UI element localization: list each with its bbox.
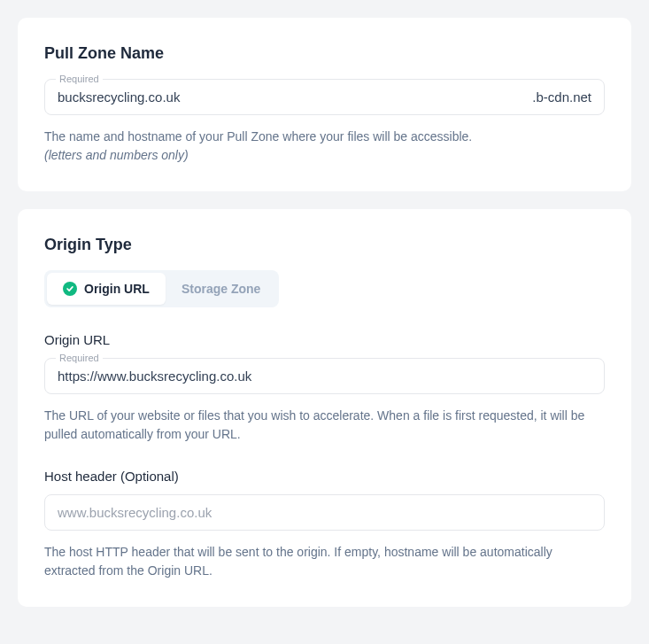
- origin-url-helper: The URL of your website or files that yo…: [44, 407, 605, 444]
- host-header-input-wrapper: [44, 494, 605, 531]
- origin-type-toggle: Origin URL Storage Zone: [44, 270, 279, 307]
- origin-url-field: Origin URL Required The URL of your webs…: [44, 332, 605, 444]
- pull-zone-title: Pull Zone Name: [44, 44, 605, 63]
- origin-url-input-wrapper: Required: [44, 358, 605, 394]
- storage-zone-toggle-label: Storage Zone: [182, 282, 260, 296]
- pull-zone-input-wrapper: Required .b-cdn.net: [44, 79, 605, 115]
- origin-url-input[interactable]: [58, 369, 591, 384]
- required-label: Required: [56, 74, 103, 84]
- host-header-field: Host header (Optional) The host HTTP hea…: [44, 469, 605, 580]
- origin-url-toggle-label: Origin URL: [84, 282, 150, 296]
- origin-type-card: Origin Type Origin URL Storage Zone Orig…: [18, 209, 631, 607]
- pull-zone-name-input[interactable]: [58, 89, 532, 105]
- host-header-input[interactable]: [58, 505, 591, 520]
- host-header-label: Host header (Optional): [44, 469, 605, 484]
- origin-url-toggle[interactable]: Origin URL: [47, 273, 166, 305]
- check-circle-icon: [63, 282, 77, 296]
- storage-zone-toggle[interactable]: Storage Zone: [166, 273, 276, 305]
- origin-url-label: Origin URL: [44, 332, 605, 347]
- pull-zone-helper: The name and hostname of your Pull Zone …: [44, 128, 605, 165]
- pull-zone-suffix: .b-cdn.net: [532, 89, 591, 105]
- host-header-helper: The host HTTP header that will be sent t…: [44, 543, 605, 580]
- origin-type-title: Origin Type: [44, 236, 605, 254]
- pull-zone-card: Pull Zone Name Required .b-cdn.net The n…: [18, 18, 631, 191]
- required-label: Required: [56, 353, 103, 363]
